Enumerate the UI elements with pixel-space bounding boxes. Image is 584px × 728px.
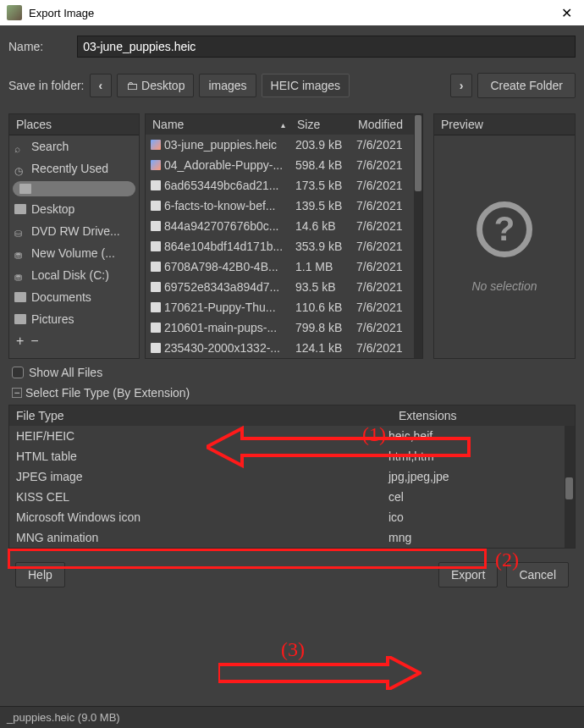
file-size: 139.5 kB [292,199,353,212]
folder-icon [14,204,26,214]
file-modified: 7/6/2021 [353,341,414,355]
file-row[interactable]: 6708A798-42B0-4B...1.1 MB7/6/2021 [146,256,414,277]
place-item[interactable] [13,181,135,196]
close-icon[interactable]: ✕ [556,5,577,21]
chevron-right-icon: › [460,79,464,92]
place-item[interactable]: Documents [9,286,139,308]
breadcrumb-desktop[interactable]: 🗀 Desktop [117,74,194,97]
place-item[interactable]: Recently Used [9,157,139,179]
file-modified: 7/6/2021 [353,158,414,172]
col-modified[interactable]: Modified [353,114,414,135]
breadcrumb-heic[interactable]: HEIC images [262,74,350,97]
preview-panel: Preview ? No selection [433,113,576,359]
file-row[interactable]: 235430-2000x1332-...124.1 kB7/6/2021 [146,338,414,358]
file-name: 03-june_puppies.heic [164,138,277,152]
col-extensions[interactable]: Extensions [399,409,568,422]
type-row[interactable]: Microsoft Windows iconico [9,507,565,527]
remove-place-icon[interactable]: − [30,334,38,349]
no-selection-text: No selection [471,279,537,293]
place-label: Documents [31,290,91,304]
file-modified: 7/6/2021 [353,321,414,334]
file-name: 04_Adorable-Puppy-... [164,158,283,172]
file-name: 210601-main-pups-... [164,321,277,334]
places-header[interactable]: Places [9,114,139,135]
folder-icon [14,314,26,324]
file-name: 170621-Puppy-Thu... [164,301,276,314]
file-row[interactable]: 170621-Puppy-Thu...110.6 kB7/6/2021 [146,297,414,317]
file-row[interactable]: 69752e8343a894d7...93.5 kB7/6/2021 [146,277,414,297]
sort-asc-icon: ▴ [281,120,285,130]
file-name: 844a942707676b0c... [164,219,278,233]
create-folder-button[interactable]: Create Folder [477,73,576,98]
type-row[interactable]: KISS CELcel [9,487,565,507]
scrollbar-thumb[interactable] [565,477,573,499]
nav-back-button[interactable]: ‹ [90,74,113,97]
types-scrollbar[interactable] [565,426,575,548]
place-item[interactable]: Pictures [9,308,139,330]
place-item[interactable]: Local Disk (C:) [9,264,139,286]
file-icon [151,180,161,190]
place-item[interactable]: DVD RW Drive... [9,220,139,242]
file-modified: 7/6/2021 [353,199,414,212]
file-row[interactable]: 6ad653449bc6ad21...173.5 kB7/6/2021 [146,175,414,196]
select-type-expander[interactable]: − Select File Type (By Extension) [8,383,576,405]
file-modified: 7/6/2021 [353,179,414,192]
show-all-checkbox[interactable] [12,367,24,378]
question-icon: ? [477,201,532,257]
type-row[interactable]: MNG animationmng [9,527,565,548]
file-size: 598.4 kB [292,158,353,172]
file-icon [151,201,161,211]
type-ext: html,htm [388,449,558,463]
col-filetype[interactable]: File Type [16,409,399,422]
place-label: Desktop [31,202,74,216]
place-item[interactable]: New Volume (... [9,242,139,264]
place-label: Recently Used [31,162,108,175]
app-icon [7,5,22,20]
file-row[interactable]: 844a942707676b0c...14.6 kB7/6/2021 [146,216,414,236]
breadcrumb-images[interactable]: images [199,74,256,97]
export-button[interactable]: Export [438,562,498,587]
file-row[interactable]: 03-june_puppies.heic203.9 kB7/6/2021 [146,135,414,155]
add-place-icon[interactable]: + [16,334,24,349]
nav-forward-button[interactable]: › [450,74,473,97]
type-ext: heic,heif [388,429,558,443]
file-size: 14.6 kB [292,219,353,233]
file-name: 6-facts-to-know-bef... [164,199,276,212]
col-size[interactable]: Size [292,114,353,135]
collapse-icon: − [12,388,22,398]
cancel-button[interactable]: Cancel [506,562,569,587]
type-ext: mng [388,531,558,544]
file-row[interactable]: 210601-main-pups-...799.8 kB7/6/2021 [146,317,414,338]
folder-icon: 🗀 [126,79,138,92]
file-modified: 7/6/2021 [353,240,414,253]
type-name: KISS CEL [16,490,388,504]
clock-icon [14,163,26,174]
file-type-table: File Type Extensions HEIF/HEICheic,heifH… [8,405,576,549]
file-row[interactable]: 864e104bdf14d171b...353.9 kB7/6/2021 [146,236,414,256]
file-name: 69752e8343a894d7... [164,280,279,294]
type-row[interactable]: HEIF/HEICheic,heif [9,426,565,446]
window-title: Export Image [29,7,556,19]
type-row[interactable]: JPEG imagejpg,jpeg,jpe [9,466,565,487]
file-icon [151,241,161,251]
file-size: 93.5 kB [292,280,353,294]
file-icon [151,302,161,312]
files-scrollbar[interactable] [414,114,422,358]
scrollbar-thumb[interactable] [415,115,421,191]
file-icon [151,282,161,292]
file-row[interactable]: 04_Adorable-Puppy-...598.4 kB7/6/2021 [146,155,414,175]
place-label: New Volume (... [31,246,115,260]
folder-icon [19,184,31,194]
type-name: JPEG image [16,470,388,483]
type-row[interactable]: HTML tablehtml,htm [9,446,565,466]
col-name[interactable]: Name ▴ [146,114,292,135]
place-item[interactable]: Desktop [9,198,139,220]
folder-icon [14,292,26,302]
chevron-left-icon: ‹ [99,79,103,92]
file-size: 173.5 kB [292,179,353,192]
filename-input[interactable] [77,36,576,58]
place-item[interactable]: Search [9,135,139,157]
help-button[interactable]: Help [15,562,65,587]
file-row[interactable]: 6-facts-to-know-bef...139.5 kB7/6/2021 [146,196,414,216]
type-ext: cel [388,490,558,504]
